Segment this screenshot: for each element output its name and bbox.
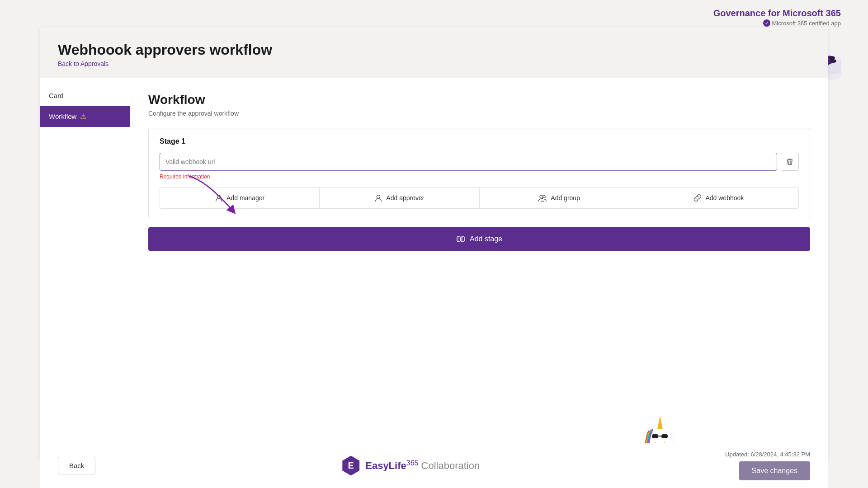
trash-icon [786,158,793,165]
logo-collab: Collaboration [421,460,480,472]
updated-timestamp: Updated: 6/28/2024, 4:45:32 PM [725,451,810,458]
sidebar-item-workflow[interactable]: Workflow ⚠ [40,106,130,127]
main-panel: Workflow Configure the approval workflow… [130,78,828,265]
main-container: Webhoook approvers workflow Back to Appr… [40,27,828,461]
add-webhook-button[interactable]: Add webhook [639,188,798,208]
logo-easy: EasyLife [365,460,406,472]
svg-point-11 [217,195,220,198]
add-manager-button[interactable]: Add manager [160,188,319,208]
add-approver-button[interactable]: Add approver [320,188,479,208]
svg-rect-22 [652,434,658,438]
back-to-approvals-link[interactable]: Back to Approvals [58,60,810,67]
logo-hex-icon: E [341,456,361,476]
svg-marker-19 [657,416,663,429]
panel-title: Workflow [148,93,810,107]
save-changes-button[interactable]: Save changes [739,461,810,480]
footer: Back E EasyLife365 Collaboration Updated… [40,443,828,488]
sidebar: Card Workflow ⚠ [40,78,130,265]
footer-right: Updated: 6/28/2024, 4:45:32 PM Save chan… [725,451,810,480]
action-buttons-group: Add manager Add approver [160,187,799,209]
svg-point-13 [540,195,542,198]
logo-text: EasyLife365 Collaboration [365,459,480,472]
svg-point-14 [543,196,545,198]
link-icon [693,194,702,202]
add-group-button[interactable]: Add group [480,188,639,208]
webhook-row [160,153,799,171]
sidebar-item-card[interactable]: Card [40,85,130,106]
required-info-text: Required information [160,174,799,180]
brand-title: Governance for Microsoft 365 [713,8,841,19]
svg-point-9 [830,59,836,63]
approver-person-icon [374,194,382,202]
svg-rect-23 [661,434,668,438]
back-button[interactable]: Back [58,457,95,474]
add-stage-button[interactable]: Add stage [148,227,810,251]
warning-icon: ⚠ [80,112,86,121]
page-title: Webhoook approvers workflow [58,42,810,58]
group-icon [538,194,547,202]
panel-subtitle: Configure the approval workflow [148,110,810,117]
person-icon [215,194,223,202]
page-header: Webhoook approvers workflow Back to Appr… [40,27,828,78]
logo-num: 365 [406,459,419,467]
stage-title: Stage 1 [160,137,799,145]
content-area: Card Workflow ⚠ Workflow Configure the a… [40,78,828,265]
delete-webhook-button[interactable] [781,153,799,171]
svg-point-8 [829,56,835,60]
stage-section: Stage 1 [148,128,810,218]
add-stage-icon [456,235,465,244]
logo-area: E EasyLife365 Collaboration [341,456,480,476]
svg-point-12 [377,195,380,198]
webhook-url-input[interactable] [160,153,777,171]
